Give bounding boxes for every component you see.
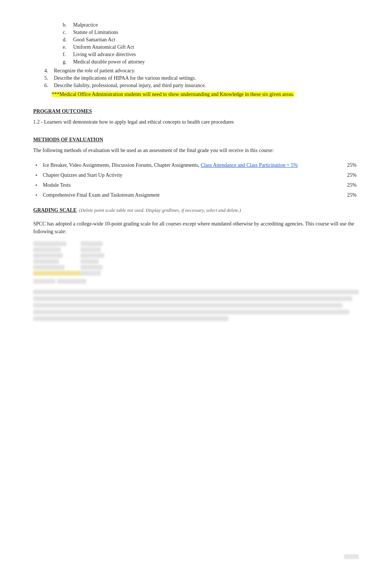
eval-plain-1: Ice Breaker, Video Assignments, Discussi… <box>43 162 201 168</box>
eval-row-3: ▪ Module Tests 25% <box>33 180 359 190</box>
highlight-text: ***Medical Office Administration student… <box>52 92 294 97</box>
bullet-4: ▪ <box>33 190 41 200</box>
eval-row-1: ▪ Ice Breaker, Video Assignments, Discus… <box>33 160 359 170</box>
list-item-b: b. Malpractice <box>63 22 359 28</box>
grading-scale-row: GRADING SCALE (Delete point scale table … <box>33 207 359 217</box>
eval-text-1: Ice Breaker, Video Assignments, Discussi… <box>41 160 343 170</box>
numbered-text-6: Describe liability, professional, person… <box>54 83 206 89</box>
list-label-e: e. <box>63 44 70 50</box>
highlight-block: ***Medical Office Administration student… <box>52 92 359 97</box>
grading-heading: GRADING SCALE <box>33 207 77 213</box>
eval-text-3: Module Tests <box>41 180 343 190</box>
list-item-d: d. Good Samaritan Act <box>63 37 359 43</box>
list-text-c: Statute of Limitations <box>73 30 118 35</box>
list-item-c: c. Statute of Limitations <box>63 30 359 35</box>
grading-note: (Delete point scale table not used. Disp… <box>79 207 241 213</box>
list-label-b: b. <box>63 22 70 28</box>
eval-text-2: Chapter Quizzes and Start Up Activity <box>41 170 343 180</box>
numbered-label-4: 4. <box>44 68 51 74</box>
eval-table: ▪ Ice Breaker, Video Assignments, Discus… <box>33 160 359 200</box>
eval-text-4: Comprehensive Final Exam and Taskstream … <box>41 190 343 200</box>
bullet-2: ▪ <box>33 170 41 180</box>
numbered-label-5: 5. <box>44 75 51 81</box>
blurred-grading-table <box>33 241 359 321</box>
list-text-d: Good Samaritan Act <box>73 37 115 43</box>
eval-row-4: ▪ Comprehensive Final Exam and Taskstrea… <box>33 190 359 200</box>
page: b. Malpractice c. Statute of Limitations… <box>0 0 392 576</box>
program-outcomes-heading: PROGRAM OUTCOMES <box>33 108 359 114</box>
numbered-item-5: 5. Describe the implications of HIPAA fo… <box>44 75 359 81</box>
list-item-e: e. Uniform Anatomical Gift Act <box>63 44 359 50</box>
list-item-g: g. Medical durable power of attorney <box>63 59 359 65</box>
outcome-1-2: 1.2 - Learners will demonstrate how to a… <box>33 118 359 126</box>
list-text-e: Uniform Anatomical Gift Act <box>73 44 134 50</box>
list-label-f: f. <box>63 52 70 58</box>
eval-pct-1: 25% <box>343 160 359 170</box>
numbered-label-6: 6. <box>44 83 51 89</box>
page-number <box>344 554 359 561</box>
bullet-3: ▪ <box>33 180 41 190</box>
eval-pct-2: 25% <box>343 170 359 180</box>
numbered-list: 4. Recognize the role of patient advocac… <box>44 68 359 89</box>
list-item-f: f. Living will advance directives <box>63 52 359 58</box>
bullet-1: ▪ <box>33 160 41 170</box>
numbered-text-5: Describe the implications of HIPAA for t… <box>54 75 196 81</box>
sub-list-section: b. Malpractice c. Statute of Limitations… <box>63 22 359 65</box>
methods-paragraph: The following methods of evaluation will… <box>33 146 359 154</box>
grading-para: SPCC has adopted a college-wide 10-point… <box>33 220 359 235</box>
list-label-d: d. <box>63 37 70 43</box>
eval-link-1: Class Attendance and Class Participation… <box>201 162 298 168</box>
numbered-item-6: 6. Describe liability, professional, per… <box>44 83 359 89</box>
numbered-item-4: 4. Recognize the role of patient advocac… <box>44 68 359 74</box>
numbered-text-4: Recognize the role of patient advocacy. <box>54 68 135 74</box>
list-text-f: Living will advance directives <box>73 52 136 58</box>
eval-pct-3: 25% <box>343 180 359 190</box>
eval-row-2: ▪ Chapter Quizzes and Start Up Activity … <box>33 170 359 180</box>
eval-pct-4: 25% <box>343 190 359 200</box>
methods-heading: METHODS OF EVALUATION <box>33 137 359 143</box>
list-label-g: g. <box>63 59 70 65</box>
list-label-c: c. <box>63 30 70 35</box>
list-text-b: Malpractice <box>73 22 98 28</box>
list-text-g: Medical durable power of attorney <box>73 59 145 65</box>
